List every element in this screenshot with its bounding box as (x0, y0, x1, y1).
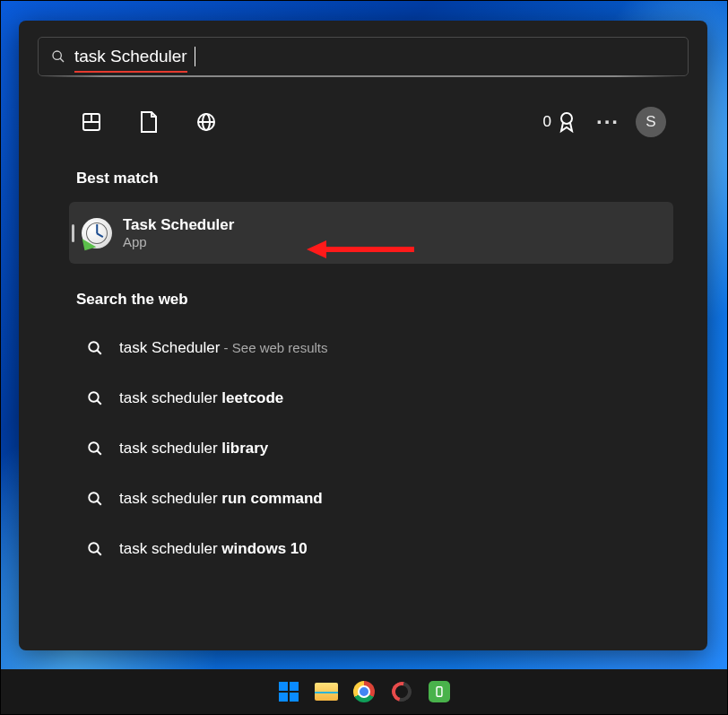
web-result[interactable]: task scheduler leetcode (69, 373, 673, 423)
text-caret (195, 47, 195, 66)
web-result-text: task scheduler library (119, 440, 268, 458)
search-icon (51, 49, 65, 64)
section-best-match-title: Best match (76, 170, 691, 187)
svg-point-11 (89, 342, 99, 352)
search-query-text: task Scheduler (74, 47, 187, 66)
task-scheduler-icon (82, 218, 112, 249)
web-tab[interactable] (186, 101, 227, 143)
phone-icon (429, 681, 450, 702)
web-result-text: task scheduler windows 10 (119, 540, 308, 558)
section-web-title: Search the web (76, 291, 691, 309)
search-input[interactable]: task Scheduler (38, 37, 689, 76)
phone-link-button[interactable] (425, 677, 454, 706)
file-explorer-button[interactable] (312, 677, 341, 706)
selection-indicator (72, 224, 74, 242)
medal-icon (557, 110, 576, 134)
apps-tab[interactable] (71, 101, 112, 143)
svg-point-0 (53, 51, 61, 59)
avatar-letter: S (646, 113, 655, 131)
svg-marker-10 (307, 240, 326, 258)
search-panel: task Scheduler 0 (19, 21, 707, 650)
svg-line-16 (97, 450, 101, 455)
search-icon (87, 340, 103, 356)
opera-button[interactable] (387, 677, 416, 706)
search-icon (87, 491, 103, 507)
svg-rect-21 (437, 687, 442, 697)
svg-line-18 (97, 501, 101, 505)
best-match-subtitle: App (123, 234, 234, 249)
web-result[interactable]: task Scheduler - See web results (69, 323, 673, 373)
svg-point-19 (89, 543, 99, 553)
filter-row: 0 ··· S (35, 101, 691, 143)
points-value: 0 (543, 113, 551, 131)
annotation-arrow (307, 233, 414, 266)
web-result-text: task Scheduler - See web results (119, 339, 328, 357)
svg-line-1 (60, 58, 64, 62)
svg-point-15 (89, 442, 99, 452)
svg-line-12 (97, 350, 101, 354)
opera-icon (388, 678, 415, 705)
search-icon (87, 390, 103, 406)
web-result-text: task scheduler run command (119, 490, 323, 508)
search-icon (87, 541, 103, 557)
search-icon (87, 440, 103, 457)
documents-tab[interactable] (128, 101, 169, 143)
web-result[interactable]: task scheduler library (69, 423, 673, 474)
web-result[interactable]: task scheduler windows 10 (69, 524, 673, 574)
chrome-button[interactable] (350, 677, 378, 706)
spellcheck-underline (74, 71, 187, 73)
svg-point-8 (561, 113, 572, 124)
svg-point-17 (89, 493, 99, 502)
svg-line-14 (97, 400, 101, 405)
chrome-icon (353, 681, 375, 702)
rewards-points[interactable]: 0 (543, 110, 576, 134)
apps-icon (81, 111, 102, 133)
taskbar (1, 669, 727, 714)
web-results-list: task Scheduler - See web results task sc… (69, 323, 673, 574)
web-result-text: task scheduler leetcode (119, 389, 283, 407)
document-icon (139, 110, 159, 134)
start-button[interactable] (274, 677, 303, 706)
windows-icon (279, 682, 299, 702)
web-result[interactable]: task scheduler run command (69, 474, 673, 524)
best-match-result[interactable]: Task Scheduler App (69, 202, 673, 264)
folder-icon (315, 683, 338, 701)
globe-icon (195, 111, 217, 133)
more-button[interactable]: ··· (596, 109, 620, 135)
user-avatar[interactable]: S (636, 107, 666, 137)
svg-line-20 (97, 551, 101, 555)
best-match-title: Task Scheduler (123, 216, 234, 234)
svg-point-13 (89, 392, 99, 402)
search-query-value: task Scheduler (74, 47, 187, 65)
